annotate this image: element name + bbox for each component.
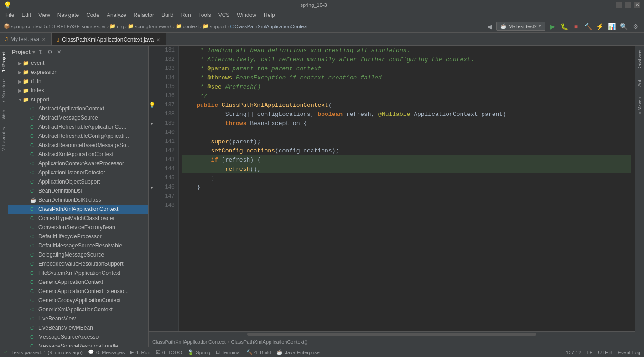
tree-item-support[interactable]: ▼ 📁 support xyxy=(8,95,148,104)
tree-item-defaultmessage[interactable]: C DefaultMessageSourceResolvable xyxy=(8,241,148,250)
left-tab-favorites[interactable]: 2: Favorites xyxy=(1,123,6,154)
status-java-enterprise[interactable]: ☕ Java Enterprise xyxy=(276,349,319,355)
status-terminal[interactable]: ⊞ Terminal xyxy=(216,349,241,355)
tab-classpathxmlappctx-close[interactable]: ✕ xyxy=(156,37,160,42)
tree-item-conversionservice[interactable]: C ConversionServiceFactoryBean xyxy=(8,223,148,232)
menu-code[interactable]: Code xyxy=(83,10,103,20)
left-tab-project[interactable]: 1: Project xyxy=(1,47,6,76)
status-todo[interactable]: ☑ 6: TODO xyxy=(156,349,182,355)
left-tab-web[interactable]: Web xyxy=(1,106,6,123)
sidebar-dropdown-icon[interactable]: ▾ xyxy=(32,49,35,55)
tab-mytest-close[interactable]: ✕ xyxy=(42,37,46,42)
tab-mytest[interactable]: J MyTest.java ✕ xyxy=(0,33,52,45)
menu-view[interactable]: View xyxy=(35,10,54,20)
menu-vcs[interactable]: VCS xyxy=(215,10,234,20)
tree-item-applicationlistener[interactable]: C ApplicationListenerDetector xyxy=(8,168,148,177)
menu-build[interactable]: Build xyxy=(158,10,177,20)
tree-item-abstractmessagesource[interactable]: C AbstractMessageSource xyxy=(8,113,148,122)
status-spring[interactable]: 🍃 Spring xyxy=(187,349,210,355)
sidebar-settings-btn[interactable]: ⚙ xyxy=(46,48,54,56)
tree-item-abstractrefreshable[interactable]: C AbstractRefreshableApplicationCo... xyxy=(8,122,148,131)
tree-item-abstractrefreshableconfig[interactable]: C AbstractRefreshableConfigApplicati... xyxy=(8,131,148,141)
status-run[interactable]: ▶ 4: Run xyxy=(130,349,150,355)
tree-item-generic[interactable]: C GenericApplicationContext xyxy=(8,278,148,287)
minimize-button[interactable]: ─ xyxy=(616,2,622,8)
menu-help[interactable]: Help xyxy=(260,10,279,20)
stop-button[interactable]: ■ xyxy=(571,21,581,31)
back-button[interactable]: ◀ xyxy=(484,21,494,31)
status-messages[interactable]: 💬 0: Messages xyxy=(88,349,125,355)
right-tab-ant[interactable]: Ant xyxy=(637,77,642,89)
horizontal-scrollbar[interactable] xyxy=(149,331,635,336)
tree-item-filesystem[interactable]: C FileSystemXmlApplicationContext xyxy=(8,268,148,278)
tree-item-messagesourceaccessor[interactable]: C MessageSourceAccessor xyxy=(8,332,148,341)
tree-item-beandefinitiondsl[interactable]: C BeanDefinitionDsl xyxy=(8,186,148,195)
gutter-135 xyxy=(149,82,156,91)
search-everywhere-button[interactable]: 🔍 xyxy=(618,21,628,31)
settings-button[interactable]: ⚙ xyxy=(630,21,640,31)
menu-tools[interactable]: Tools xyxy=(195,10,215,20)
status-line-ending[interactable]: LF xyxy=(587,350,592,355)
nav-support[interactable]: 📁 support xyxy=(203,23,227,29)
tree-item-abstractresource[interactable]: C AbstractResourceBasedMessageSo... xyxy=(8,141,148,150)
debug-button[interactable]: 🐛 xyxy=(559,21,569,31)
run-button[interactable]: ▶ xyxy=(547,21,557,31)
status-cursor-pos[interactable]: 137:12 xyxy=(566,350,582,355)
nav-jar[interactable]: 📦 spring-context-5.1.3.RELEASE-sources.j… xyxy=(4,23,106,29)
left-tab-structure[interactable]: 7: Structure xyxy=(1,76,6,107)
sidebar-close-btn[interactable]: ✕ xyxy=(55,48,63,56)
tree-item-beandefinitiondslkt[interactable]: ☕ BeanDefinitionDslKt.class xyxy=(8,195,148,205)
tree-item-contexttypematch[interactable]: C ContextTypeMatchClassLoader xyxy=(8,214,148,223)
menu-navigate[interactable]: Navigate xyxy=(54,10,83,20)
sidebar-collapse-btn[interactable]: ⇅ xyxy=(37,48,45,56)
maximize-button[interactable]: □ xyxy=(625,2,631,8)
right-tab-maven[interactable]: m Maven xyxy=(637,94,642,118)
breadcrumb-class[interactable]: ClassPathXmlApplicationContext xyxy=(152,339,226,345)
profile-button[interactable]: 📊 xyxy=(607,21,617,31)
code-area[interactable]: * loading all bean definitions and creat… xyxy=(179,46,635,331)
tree-item-genericext[interactable]: C GenericApplicationContextExtensio... xyxy=(8,287,148,296)
tree-label-msa: MessageSourceAccessor xyxy=(38,334,148,340)
tree-item-abstractxml[interactable]: C AbstractXmlApplicationContext xyxy=(8,150,148,159)
tree-item-livebeansview[interactable]: C LiveBeansView xyxy=(8,314,148,323)
right-tab-database[interactable]: Database xyxy=(637,47,642,73)
tree-item-embeddedvalue[interactable]: C EmbeddedValueResolutionSupport xyxy=(8,259,148,268)
tree-item-genericgroovy[interactable]: C GenericGroovyApplicationContext xyxy=(8,296,148,305)
nav-context[interactable]: 📁 context xyxy=(176,23,199,29)
menu-analyze[interactable]: Analyze xyxy=(103,10,130,20)
nav-springframework[interactable]: 📁 springframework xyxy=(128,23,172,29)
tree-item-event[interactable]: ▶ 📁 event xyxy=(8,58,148,68)
build-button[interactable]: 🔨 xyxy=(583,21,593,31)
tree-item-applicationcontextaware[interactable]: C ApplicationContextAwareProcessor xyxy=(8,159,148,168)
folder-icon-event: 📁 xyxy=(23,60,30,66)
tree-item-defaultlifecycle[interactable]: C DefaultLifecycleProcessor xyxy=(8,232,148,241)
menu-edit[interactable]: Edit xyxy=(18,10,35,20)
tree-item-messagesourceresource[interactable]: C MessageSourceResourceBundle xyxy=(8,341,148,347)
breadcrumb-method[interactable]: ClassPathXmlApplicationContext() xyxy=(231,339,307,345)
tree-item-genericxml[interactable]: C GenericXmlApplicationContext xyxy=(8,305,148,314)
scrollbar-thumb-h[interactable] xyxy=(247,333,537,336)
menu-file[interactable]: File xyxy=(2,10,18,20)
code-line-131: * loading all bean definitions and creat… xyxy=(182,46,631,55)
tree-item-applicationobject[interactable]: C ApplicationObjectSupport xyxy=(8,177,148,186)
tab-classpathxmlappctx[interactable]: J ClassPathXmlApplicationContext.java ✕ xyxy=(52,33,166,45)
tree-item-classpathxml[interactable]: C ClassPathXmlApplicationContext xyxy=(8,205,148,214)
tree-item-abstractapplicationcontext[interactable]: C AbstractApplicationContext xyxy=(8,104,148,113)
menu-run[interactable]: Run xyxy=(177,10,195,20)
status-encoding[interactable]: UTF-8 xyxy=(598,350,612,355)
code-line-140 xyxy=(182,128,631,137)
nav-org[interactable]: 📁 org xyxy=(109,23,124,29)
status-build[interactable]: 🔨 4: Build xyxy=(246,349,271,355)
close-button[interactable]: ✕ xyxy=(634,2,640,8)
tree-item-i18n[interactable]: ▶ 📁 i18n xyxy=(8,77,148,86)
nav-class[interactable]: C ClassPathXmlApplicationContext xyxy=(230,24,308,29)
tree-item-index[interactable]: ▶ 📁 index xyxy=(8,86,148,95)
tree-item-livebeansviewmbean[interactable]: C LiveBeansViewMBean xyxy=(8,323,148,332)
menu-refactor[interactable]: Refactor xyxy=(130,10,158,20)
status-event-log[interactable]: Event Log xyxy=(618,350,640,355)
menu-window[interactable]: Window xyxy=(233,10,260,20)
coverage-button[interactable]: ⚡ xyxy=(595,21,605,31)
tree-item-delegating[interactable]: C DelegatingMessageSource xyxy=(8,250,148,259)
run-config-selector[interactable]: ☕ MyTest.test2 ▾ xyxy=(496,22,545,31)
tree-item-expression[interactable]: ▶ 📁 expression xyxy=(8,68,148,77)
